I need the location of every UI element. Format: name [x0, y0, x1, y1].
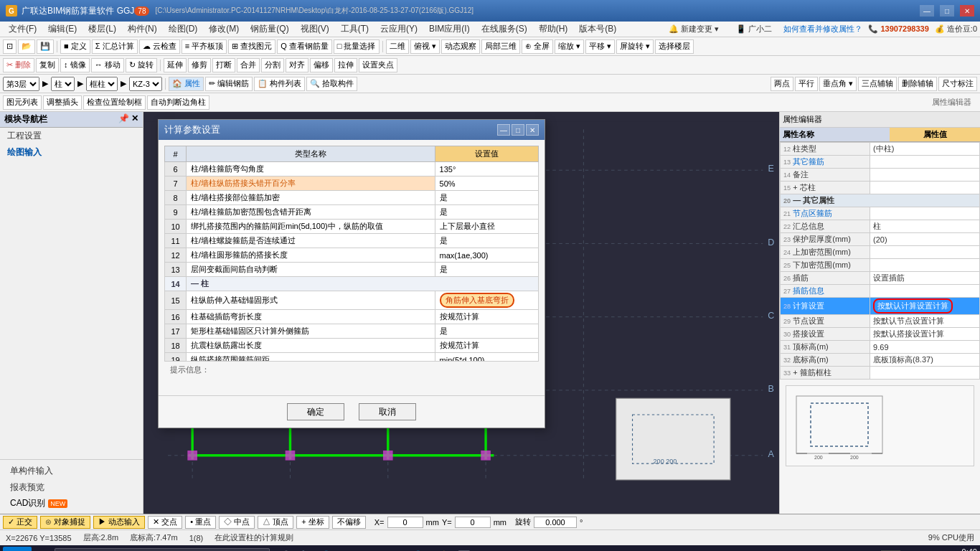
tb-copy[interactable]: 复制	[36, 58, 59, 72]
start-button[interactable]: ⊞	[3, 547, 32, 551]
tb-select-floor[interactable]: 选择楼层	[655, 39, 694, 54]
sidebar-item-single[interactable]: 单构件输入	[3, 463, 140, 479]
taskbar-app-ggj[interactable]: 📊	[453, 547, 473, 551]
tb-offset[interactable]: 偏移	[310, 58, 333, 72]
tb-mirror[interactable]: ↕ 镜像	[60, 58, 90, 72]
menu-cloud[interactable]: 云应用(Y)	[374, 22, 423, 37]
prop-row-selected[interactable]: 28 计算设置 按默认计算设置计算	[781, 298, 980, 315]
tb-dynamic[interactable]: 动态观察	[441, 39, 480, 54]
taskbar-app-google[interactable]: G	[385, 547, 405, 551]
tb-elem-list[interactable]: 图元列表	[3, 95, 42, 110]
tb-check-pos[interactable]: 检查位置绘制框	[83, 95, 146, 110]
sidebar-item-draw-input[interactable]: 绘图输入	[0, 144, 143, 161]
tb-del-aux[interactable]: 删除辅轴	[898, 77, 937, 91]
taskbar-app-ie[interactable]: e	[339, 547, 359, 551]
tb-save[interactable]: 💾	[37, 39, 54, 54]
menu-layer[interactable]: 楼层(L)	[83, 22, 122, 37]
tb-auto-corner[interactable]: 自动判断边角柱	[147, 95, 209, 110]
snap-intersection[interactable]: ✕ 交点	[148, 516, 182, 529]
tb-property[interactable]: 🏠 属性	[169, 77, 204, 91]
tb-screen-rotate[interactable]: 屏旋转 ▾	[616, 39, 654, 54]
tb-comp-list[interactable]: 📋 构件列表	[254, 77, 305, 91]
sidebar-pin[interactable]: 📌 ✕	[118, 113, 138, 126]
tb-edit-steel[interactable]: ✏ 编辑钢筋	[205, 77, 253, 91]
taskbar-app-settings[interactable]: ⚙️	[293, 547, 313, 551]
tb-find[interactable]: ⊞ 查找图元	[228, 39, 275, 54]
dialog-maximize[interactable]: □	[512, 124, 524, 136]
menu-draw[interactable]: 绘图(D)	[163, 22, 204, 37]
tb-trim[interactable]: 修剪	[188, 58, 211, 72]
tb-extend[interactable]: 延伸	[164, 58, 187, 72]
menu-query[interactable]: 如何查看并修改属性？	[783, 24, 862, 34]
menu-brand[interactable]: 📱 广小二	[730, 22, 778, 36]
props-scroll-area[interactable]: 12 柱类型 (中柱) 13 其它箍筋 14 备注 15 + 芯柱	[780, 142, 980, 514]
tb-view-steel[interactable]: Q 查看钢筋量	[277, 39, 332, 54]
taskbar-mic-icon[interactable]: 🎤	[273, 547, 293, 551]
tb-delete[interactable]: ✂ 删除	[3, 58, 34, 72]
menu-new-change[interactable]: 🔔 新建变更 ▾	[663, 22, 725, 36]
snap-vertex[interactable]: △ 顶点	[258, 516, 293, 529]
tb-align-top[interactable]: ≡ 平齐板顶	[182, 39, 227, 54]
tb-two-point[interactable]: 两点	[771, 77, 793, 91]
snap-midpoint[interactable]: ◇ 中点	[219, 516, 255, 529]
comp-subtype-select[interactable]: 框柱	[86, 77, 118, 91]
menu-online[interactable]: 在线服务(S)	[476, 22, 533, 37]
tb-top-view[interactable]: 俯视 ▾	[410, 39, 440, 54]
y-input[interactable]	[455, 517, 491, 528]
dialog-minimize[interactable]: —	[497, 124, 510, 136]
menu-help[interactable]: 帮助(H)	[533, 22, 574, 37]
snap-no-offset[interactable]: 不偏移	[332, 516, 366, 529]
menu-file[interactable]: 文件(F)	[3, 22, 42, 37]
tb-parallel[interactable]: 平行	[795, 77, 818, 91]
tb-move[interactable]: ↔ 移动	[91, 58, 124, 72]
tb-rotate[interactable]: ↻ 旋转	[126, 58, 157, 72]
minimize-button[interactable]: —	[920, 5, 934, 17]
sidebar-item-report[interactable]: 报表预览	[3, 479, 140, 496]
menu-component[interactable]: 构件(N)	[122, 22, 163, 37]
tb-cloud-check[interactable]: ☁ 云检查	[139, 39, 180, 54]
taskbar-app-browser[interactable]: 🌐	[316, 547, 336, 551]
tb-three-point[interactable]: 三点辅轴	[858, 77, 897, 91]
tb-pan[interactable]: 平移 ▾	[585, 39, 615, 54]
menu-version[interactable]: 版本号(B)	[573, 22, 622, 37]
floor-select[interactable]: 第3层	[3, 77, 39, 91]
comp-name-select[interactable]: KZ-3	[129, 77, 162, 91]
rotate-input[interactable]	[534, 517, 577, 528]
snap-coord[interactable]: + 坐标	[296, 516, 329, 529]
comp-type-select[interactable]: 柱	[51, 77, 75, 91]
maximize-button[interactable]: □	[940, 5, 954, 17]
menu-steel[interactable]: 钢筋量(Q)	[245, 22, 294, 37]
tb-break[interactable]: 打断	[212, 58, 235, 72]
sidebar-item-cad[interactable]: CAD识别 NEW	[3, 496, 140, 511]
tb-local-3d[interactable]: 局部三维	[481, 39, 520, 54]
tb-adjust-head[interactable]: 调整插头	[43, 95, 82, 110]
dialog-close[interactable]: ✕	[526, 124, 539, 136]
tb-new[interactable]: ⊡	[3, 39, 17, 54]
tb-batch[interactable]: □ 批量选择	[334, 39, 380, 54]
taskbar-app-folder[interactable]: 📁	[362, 547, 382, 551]
tb-define[interactable]: ■ 定义	[60, 39, 90, 54]
snap-object[interactable]: ⊙ 对象捕捉	[40, 516, 90, 529]
dialog-cancel-button[interactable]: 取消	[359, 403, 416, 420]
tb-split[interactable]: 分割	[261, 58, 284, 72]
menu-edit[interactable]: 编辑(E)	[42, 22, 83, 37]
menu-view[interactable]: 视图(V)	[295, 22, 335, 37]
taskbar-app-vpn[interactable]: ⚡	[430, 547, 451, 551]
tb-pick-comp[interactable]: 🔍 拾取构件	[306, 77, 357, 91]
tb-set-grip[interactable]: 设置夹点	[359, 58, 397, 72]
tb-merge[interactable]: 合并	[237, 58, 260, 72]
tb-perp-angle[interactable]: 垂点角 ▾	[819, 77, 857, 91]
tb-fullscreen[interactable]: ⊕ 全屏	[522, 39, 553, 54]
snap-dynamic[interactable]: ▶ 动态输入	[93, 516, 145, 529]
dialog-scroll[interactable]: # 类型名称 设置值 6 柱/墙柱箍筋弯勾角度 135°	[164, 146, 539, 361]
tb-calculate[interactable]: Σ 汇总计算	[92, 39, 138, 54]
dialog-ok-button[interactable]: 确定	[287, 403, 344, 420]
taskbar-search-input[interactable]	[55, 548, 270, 551]
tb-align[interactable]: 对齐	[286, 58, 308, 72]
tb-open[interactable]: 📂	[18, 39, 35, 54]
menu-tools[interactable]: 工具(T)	[335, 22, 374, 37]
tb-dim[interactable]: 尺寸标注	[938, 77, 977, 91]
taskbar-app-chrome[interactable]: 🌐	[407, 547, 428, 551]
tb-zoom[interactable]: 缩放 ▾	[555, 39, 584, 54]
tb-stretch[interactable]: 拉伸	[334, 58, 357, 72]
